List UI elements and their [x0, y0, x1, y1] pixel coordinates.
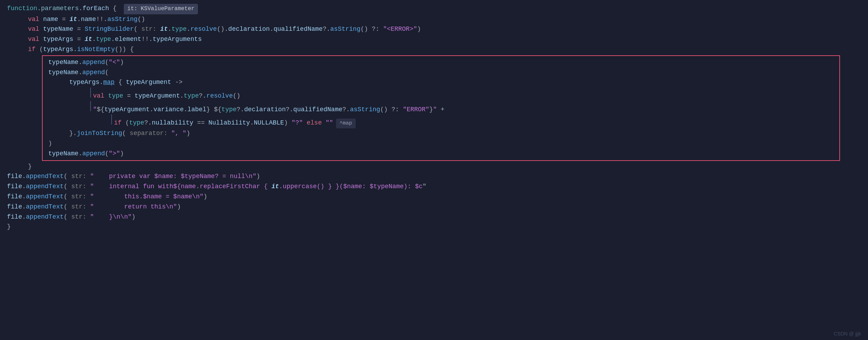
line-close-if: }	[28, 162, 861, 172]
block-line-1: typeName.append("<")	[48, 57, 834, 68]
block-line-5: "${typeArgument.variance.label} ${type?.…	[90, 101, 834, 115]
keyword-function: function	[7, 3, 37, 14]
line-1: function.parameters.forEach { it: KSValu…	[7, 3, 861, 14]
block-line-3: typeArgs.map { typeArgument ->	[69, 77, 834, 87]
line-2: val name = it.name!!.asString()	[28, 14, 861, 24]
block-line-7: }.joinToString( separator: ", ")	[69, 128, 834, 139]
map-chip: ^map	[336, 119, 356, 128]
block-line-8: )	[48, 139, 834, 149]
block-line-6: if (type?.nullability == Nullability.NUL…	[111, 114, 834, 128]
line-close-forEach: }	[7, 222, 861, 232]
line-5: if (typeArgs.isNotEmpty()) {	[28, 44, 861, 55]
member-forEach: forEach	[83, 3, 109, 14]
member-parameters: parameters	[41, 3, 79, 14]
line-append-2: file.appendText( str: " internal fun wit…	[7, 182, 861, 192]
line-append-3: file.appendText( str: " this.$name = $na…	[7, 192, 861, 202]
line-append-1: file.appendText( str: " private var $nam…	[7, 171, 861, 182]
line-append-4: file.appendText( str: " return this\n")	[7, 202, 861, 212]
line-3: val typeName = StringBuilder( str: it.ty…	[28, 24, 861, 34]
block-line-4: val type = typeArgument.type?.resolve()	[90, 87, 834, 101]
code-editor: function.parameters.forEach { it: KSValu…	[0, 0, 868, 235]
highlighted-code-block: typeName.append("<") typeName.append( ty…	[42, 55, 840, 161]
block-line-9: typeName.append(">")	[48, 149, 834, 159]
watermark: CSDN @ jjjk	[834, 331, 861, 337]
tooltip-chip: it: KSValueParameter	[124, 4, 198, 14]
line-4: val typeArgs = it.type.element!!.typeArg…	[28, 34, 861, 44]
block-line-2: typeName.append(	[48, 68, 834, 78]
line-append-5: file.appendText( str: " }\n\n")	[7, 212, 861, 222]
